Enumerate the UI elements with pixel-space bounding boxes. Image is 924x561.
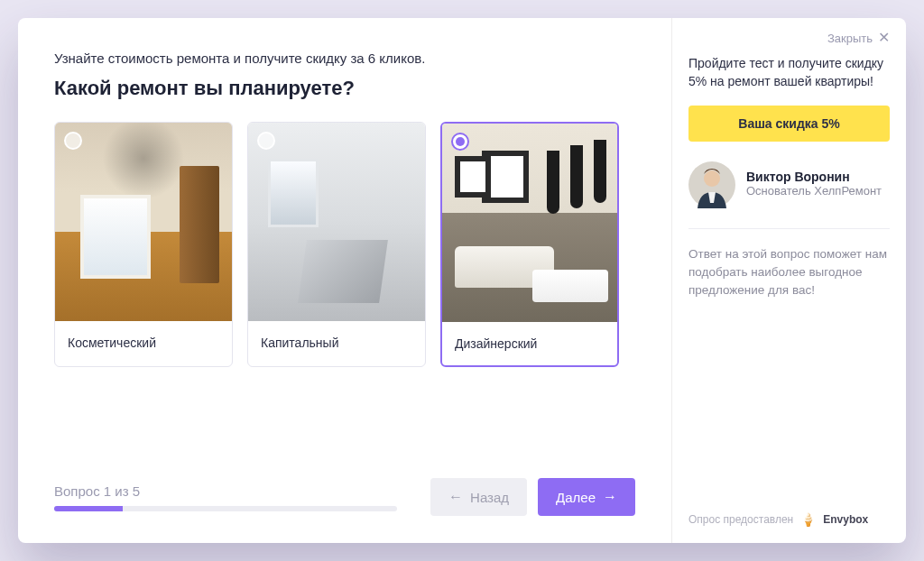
back-label: Назад — [470, 490, 509, 505]
svg-point-1 — [704, 170, 720, 187]
option-label: Косметический — [55, 321, 232, 364]
option-capital[interactable]: Капитальный — [247, 122, 426, 367]
option-image — [442, 124, 617, 322]
question-title: Какой ремонт вы планируете? — [54, 77, 635, 100]
progress-fill — [54, 506, 123, 511]
close-icon: ✕ — [878, 31, 890, 45]
nav-buttons: ← Назад Далее → — [430, 478, 635, 516]
option-cosmetic[interactable]: Косметический — [54, 122, 233, 367]
close-button[interactable]: Закрыть ✕ — [827, 31, 890, 45]
progress-text: Вопрос 1 из 5 — [54, 483, 397, 499]
quiz-modal: Узнайте стоимость ремонта и получите ски… — [18, 18, 906, 543]
back-button[interactable]: ← Назад — [430, 478, 527, 516]
options-row: Косметический Капитальный Дизайнерский — [54, 122, 635, 367]
avatar — [688, 161, 735, 208]
sidebar-hint: Ответ на этой вопрос поможет нам подобра… — [688, 245, 890, 300]
sidebar-footer: Опрос предоставлен 🍦 Envybox — [688, 512, 890, 527]
arrow-left-icon: ← — [448, 489, 463, 505]
footer-label: Опрос предоставлен — [688, 513, 793, 526]
close-label: Закрыть — [827, 32, 873, 45]
option-designer[interactable]: Дизайнерский — [440, 122, 619, 367]
sidebar: Закрыть ✕ Пройдите тест и получите скидк… — [671, 18, 906, 543]
next-label: Далее — [556, 490, 596, 505]
radio-icon — [451, 133, 469, 151]
radio-icon — [257, 132, 275, 150]
icecream-icon: 🍦 — [800, 512, 816, 527]
progress-bar — [54, 506, 397, 511]
subtitle: Узнайте стоимость ремонта и получите ски… — [54, 51, 635, 66]
option-image — [248, 123, 425, 321]
quiz-main: Узнайте стоимость ремонта и получите ски… — [18, 18, 671, 543]
discount-button[interactable]: Ваша скидка 5% — [688, 106, 890, 142]
brand-name[interactable]: Envybox — [823, 513, 868, 526]
person-role: Основатель ХелпРемонт — [746, 184, 882, 199]
arrow-right-icon: → — [603, 489, 617, 505]
person-name: Виктор Воронин — [746, 170, 882, 184]
radio-icon — [64, 132, 82, 150]
person-card: Виктор Воронин Основатель ХелпРемонт — [688, 161, 890, 208]
next-button[interactable]: Далее → — [538, 478, 635, 516]
bottom-bar: Вопрос 1 из 5 ← Назад Далее → — [54, 478, 635, 516]
divider — [688, 228, 890, 229]
option-label: Дизайнерский — [442, 322, 617, 365]
progress: Вопрос 1 из 5 — [54, 483, 397, 511]
sidebar-headline: Пройдите тест и получите скидку 5% на ре… — [688, 54, 890, 91]
option-label: Капитальный — [248, 321, 425, 364]
option-image — [55, 123, 232, 321]
